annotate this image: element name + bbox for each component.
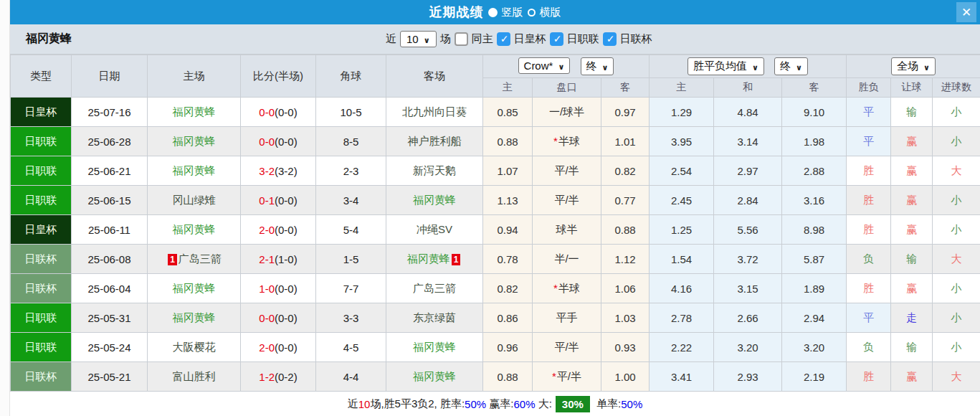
cell-handicap-home-odds: 0.82 — [483, 274, 533, 303]
cell-odds-away: 9.10 — [782, 98, 847, 127]
cell-score: 3-2(3-2) — [241, 156, 316, 186]
cell-date: 25-07-16 — [72, 98, 148, 127]
cell-score: 0-0(0-0) — [241, 303, 316, 333]
cell-handicap-home-odds: 0.88 — [483, 127, 533, 156]
cell-handicap-line: 平/半 — [533, 333, 601, 362]
table-row: 日皇杯 25-06-11 福冈黄蜂 2-0(0-0) 5-4 冲绳SV 0.94… — [11, 215, 980, 245]
table-row: 日联杯 25-06-04 福冈黄蜂 1-0(0-0) 7-7 广岛三箭 0.82… — [11, 274, 980, 303]
j-league-checkbox[interactable] — [550, 32, 563, 46]
horizontal-radio-label[interactable]: 横版 — [540, 6, 561, 19]
cell-corners: 7-7 — [316, 274, 386, 303]
cell-handicap-home-odds: 1.13 — [483, 186, 533, 215]
league-cup-checkbox[interactable] — [603, 32, 617, 46]
cell-away-team: 福冈黄蜂1 — [386, 245, 483, 274]
cell-odds-home: 3.41 — [650, 362, 714, 392]
subcol-result-handicap: 让球 — [891, 78, 933, 98]
subcol-handicap-home: 主 — [483, 78, 533, 98]
chevron-down-icon — [424, 33, 430, 45]
cell-result-goals: 大 — [933, 362, 980, 392]
cell-corners: 1-5 — [316, 245, 386, 274]
cell-corners: 3-4 — [316, 186, 386, 215]
cell-handicap-line: 平/半 — [533, 156, 601, 186]
cell-away-team: 福冈黄蜂 — [386, 333, 483, 362]
handicap-time-select[interactable]: 终 — [581, 57, 614, 75]
cell-competition-type: 日联杯 — [11, 274, 72, 303]
same-home-checkbox[interactable] — [455, 32, 468, 46]
cell-result-handicap: 输 — [891, 98, 933, 127]
cell-date: 25-06-04 — [72, 274, 148, 303]
summary-segment: 近 — [348, 397, 358, 411]
horizontal-radio[interactable] — [528, 9, 536, 16]
cell-handicap-away-odds: 1.06 — [601, 274, 650, 303]
subcol-handicap-away: 客 — [601, 78, 650, 98]
page-background — [0, 0, 10, 416]
vertical-radio-label[interactable]: 竖版 — [502, 6, 523, 19]
table-row: 日职联 25-05-24 大阪樱花 2-0(0-0) 4-5 福冈黄蜂 0.96… — [11, 333, 980, 362]
cell-result-handicap: 赢 — [891, 274, 933, 303]
cell-score: 2-1(1-0) — [241, 245, 316, 274]
cell-handicap-home-odds: 0.85 — [483, 98, 533, 127]
cell-away-team: 新泻天鹅 — [386, 156, 483, 186]
close-icon[interactable]: ✕ — [956, 2, 976, 22]
cell-result-wdl: 平 — [847, 127, 891, 156]
emperors-cup-label[interactable]: 日皇杯 — [514, 32, 546, 46]
asterisk-marker: * — [553, 135, 558, 147]
matches-label: 场 — [440, 32, 451, 46]
odds-time-select[interactable]: 终 — [774, 57, 808, 75]
cell-handicap-home-odds: 0.96 — [483, 333, 533, 362]
subcol-result-wdl: 胜负 — [847, 78, 891, 98]
cell-date: 25-06-11 — [72, 215, 148, 245]
table-row: 日联杯 25-06-08 1广岛三箭 2-1(1-0) 1-5 福冈黄蜂1 0.… — [11, 245, 980, 274]
recent-label: 近 — [386, 32, 396, 46]
cell-competition-type: 日皇杯 — [11, 215, 72, 245]
cell-home-team: 福冈黄蜂 — [148, 156, 241, 186]
same-home-label[interactable]: 同主 — [472, 32, 493, 46]
cell-odds-draw: 4.84 — [714, 98, 782, 127]
cell-result-goals: 小 — [933, 127, 980, 156]
cell-home-team: 福冈黄蜂 — [148, 127, 241, 156]
cell-corners: 10-5 — [316, 98, 386, 127]
cell-result-goals: 小 — [933, 303, 980, 333]
cell-result-handicap: 输 — [891, 333, 933, 362]
chevron-down-icon — [602, 60, 609, 72]
match-count-select[interactable]: 10 — [400, 31, 437, 47]
cell-competition-type: 日职联 — [11, 127, 72, 156]
summary-segment: 单率: — [594, 397, 621, 411]
cell-corners: 5-4 — [316, 215, 386, 245]
cell-score: 0-0(0-0) — [241, 127, 316, 156]
cell-result-handicap: 赢 — [891, 127, 933, 156]
cell-handicap-home-odds: 0.78 — [483, 245, 533, 274]
col-header-date: 日期 — [72, 55, 148, 98]
summary-segment: 50% — [621, 398, 642, 410]
cell-score: 1-0(0-0) — [241, 274, 316, 303]
vertical-radio[interactable] — [488, 8, 498, 17]
chevron-down-icon — [923, 60, 930, 72]
col-header-score: 比分(半场) — [241, 55, 316, 98]
cell-odds-away: 1.98 — [782, 127, 847, 156]
cell-handicap-away-odds: 0.88 — [601, 215, 650, 245]
cell-odds-home: 2.54 — [650, 156, 714, 186]
cell-odds-draw: 2.84 — [714, 186, 782, 215]
cell-handicap-away-odds: 1.00 — [601, 362, 650, 392]
cell-handicap-away-odds: 1.01 — [601, 127, 650, 156]
j-league-label[interactable]: 日职联 — [567, 32, 599, 46]
emperors-cup-checkbox[interactable] — [497, 32, 510, 46]
results-body: 日皇杯 25-07-16 福冈黄蜂 0-0(0-0) 10-5 北九州向日葵 0… — [11, 98, 980, 392]
table-row: 日联杯 25-05-21 富山胜利 1-2(0-2) 4-4 福冈黄蜂 0.88… — [11, 362, 980, 392]
cell-date: 25-06-21 — [72, 156, 148, 186]
odds-avg-select[interactable]: 胜平负均值 — [688, 57, 764, 75]
cell-odds-away: 8.98 — [782, 215, 847, 245]
cell-odds-home: 2.22 — [650, 333, 714, 362]
cell-corners: 8-5 — [316, 127, 386, 156]
league-cup-label[interactable]: 日联杯 — [620, 32, 652, 46]
cell-competition-type: 日联杯 — [11, 362, 72, 392]
summary-segment: 赢率: — [486, 397, 513, 411]
cell-odds-home: 4.16 — [650, 274, 714, 303]
scope-select[interactable]: 全场 — [891, 57, 936, 75]
table-row: 日职联 25-06-28 福冈黄蜂 0-0(0-0) 8-5 神户胜利船 0.8… — [11, 127, 980, 156]
filter-bar: 福冈黄蜂 近 10 场 同主 日皇杯 日职联 日联杯 — [10, 24, 980, 55]
chevron-down-icon — [796, 60, 802, 72]
table-row: 日职联 25-05-31 福冈黄蜂 0-0(0-0) 3-3 东京绿茵 0.86… — [11, 303, 980, 333]
cell-corners: 3-3 — [316, 303, 386, 333]
bookmaker-select[interactable]: Crow* — [518, 57, 571, 74]
